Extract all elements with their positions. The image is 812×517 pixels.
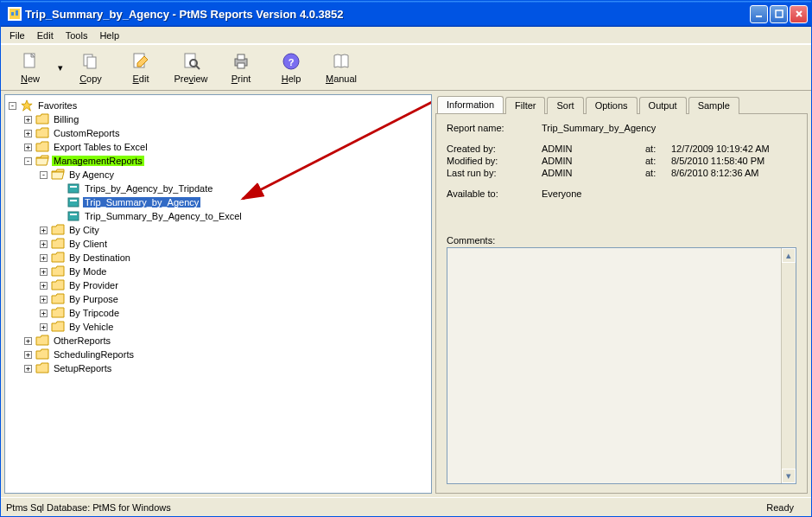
scroll-up-icon[interactable]: ▴	[782, 248, 796, 263]
expand-icon[interactable]: +	[40, 268, 48, 276]
tree-byagency[interactable]: -By Agency	[9, 168, 428, 182]
expand-icon[interactable]: +	[24, 365, 32, 373]
svg-rect-22	[68, 198, 79, 207]
scroll-down-icon[interactable]: ▾	[782, 469, 796, 483]
manual-button[interactable]: Manual	[317, 47, 365, 88]
expand-icon[interactable]: +	[24, 351, 32, 359]
tree-bypurpose[interactable]: +By Purpose	[9, 292, 428, 306]
tree-bymode[interactable]: +By Mode	[9, 265, 428, 278]
created-by: ADMIN	[542, 144, 645, 154]
tree-byprovider[interactable]: +By Provider	[9, 278, 428, 292]
report-icon	[67, 196, 80, 208]
folder-icon	[51, 265, 65, 278]
expand-icon[interactable]: +	[24, 116, 32, 124]
app-icon	[8, 7, 22, 21]
tab-sort[interactable]: Sort	[547, 97, 583, 114]
tree-custom[interactable]: +CustomReports	[9, 126, 428, 140]
menu-edit[interactable]: Edit	[32, 29, 59, 42]
preview-button[interactable]: Preview	[167, 47, 215, 88]
copy-button[interactable]: Copy	[67, 47, 115, 88]
folder-icon	[35, 127, 49, 139]
print-icon	[231, 51, 251, 72]
tab-output[interactable]: Output	[639, 97, 687, 114]
folder-icon	[35, 141, 49, 153]
status-db: Ptms Sql Database: PtMS for Windows	[6, 502, 171, 513]
expand-icon[interactable]: +	[24, 130, 32, 137]
tree-byvehicle[interactable]: +By Vehicle	[9, 320, 428, 334]
expand-icon[interactable]: +	[40, 310, 48, 317]
tab-information[interactable]: Information	[437, 96, 504, 113]
svg-rect-24	[68, 212, 79, 220]
comments-textarea[interactable]: ▴ ▾	[447, 247, 796, 484]
tree-bytripcode[interactable]: +By Tripcode	[9, 306, 428, 320]
svg-rect-15	[238, 63, 244, 68]
lastrun-at: 8/6/2010 8:12:36 AM	[671, 168, 759, 178]
new-dropdown[interactable]: ▾	[56, 62, 65, 73]
tab-strip: Information Filter Sort Options Output S…	[435, 94, 808, 113]
preview-icon	[181, 51, 201, 72]
tree[interactable]: -Favorites +Billing +CustomReports +Expo…	[9, 99, 428, 375]
svg-line-12	[196, 66, 200, 69]
folder-icon	[35, 348, 49, 361]
new-button[interactable]: New	[6, 47, 54, 88]
tree-bydest[interactable]: +By Destination	[9, 251, 428, 265]
comments-label: Comments:	[447, 235, 796, 246]
tree-byclient[interactable]: +By Client	[9, 237, 428, 251]
minimize-button[interactable]	[750, 5, 768, 23]
tree-management[interactable]: -ManagementReports	[9, 154, 428, 168]
tree-favorites[interactable]: -Favorites	[9, 99, 428, 112]
expand-icon[interactable]: +	[40, 227, 48, 234]
folder-icon	[51, 252, 65, 264]
tree-bycity[interactable]: +By City	[9, 223, 428, 237]
report-icon	[67, 182, 80, 195]
collapse-icon[interactable]: -	[40, 171, 48, 179]
svg-rect-21	[70, 186, 77, 188]
expand-icon[interactable]: +	[24, 337, 32, 345]
tree-report-1[interactable]: Trips_by_Agency_by_Tripdate	[9, 182, 428, 195]
tree-billing[interactable]: +Billing	[9, 112, 428, 126]
expand-icon[interactable]: +	[40, 254, 48, 262]
tree-export[interactable]: +Export Tables to Excel	[9, 140, 428, 154]
folder-icon	[51, 293, 65, 305]
lastrun-by: ADMIN	[542, 168, 645, 178]
close-button[interactable]	[790, 5, 808, 23]
available-value: Everyone	[542, 188, 581, 199]
tab-sample[interactable]: Sample	[688, 97, 739, 114]
tree-report-3[interactable]: Trip_Summary_By_Agency_to_Excel	[9, 209, 428, 223]
expand-icon[interactable]: +	[24, 144, 32, 151]
tree-report-2-selected[interactable]: Trip_Summary_by_Agency	[9, 195, 428, 209]
print-button[interactable]: Print	[217, 47, 265, 88]
svg-rect-8	[87, 57, 96, 68]
report-icon	[67, 210, 80, 222]
menu-tools[interactable]: Tools	[60, 29, 93, 42]
tree-setup[interactable]: +SetupReports	[9, 361, 428, 375]
scrollbar[interactable]: ▴ ▾	[781, 248, 796, 483]
svg-rect-25	[70, 214, 77, 215]
tree-sched[interactable]: +SchedulingReports	[9, 348, 428, 361]
svg-rect-20	[68, 184, 79, 193]
folder-icon	[51, 307, 65, 319]
folder-icon	[51, 279, 65, 291]
help-button[interactable]: ? Help	[267, 47, 315, 88]
tab-options[interactable]: Options	[586, 97, 638, 114]
tab-filter[interactable]: Filter	[505, 97, 545, 114]
titlebar[interactable]: Trip_Summary_by_Agency - PtMS Reports Ve…	[1, 1, 811, 27]
expand-icon[interactable]: +	[40, 282, 48, 290]
tree-other[interactable]: +OtherReports	[9, 334, 428, 348]
menu-file[interactable]: File	[4, 29, 30, 42]
menu-help[interactable]: Help	[94, 29, 124, 42]
created-label: Created by:	[447, 144, 542, 154]
tree-panel[interactable]: -Favorites +Billing +CustomReports +Expo…	[4, 94, 432, 494]
folder-icon	[35, 335, 49, 347]
modified-at: 8/5/2010 11:58:40 PM	[671, 156, 764, 166]
expand-icon[interactable]: +	[40, 240, 48, 248]
expand-icon[interactable]: +	[40, 323, 48, 331]
folder-icon	[35, 362, 49, 374]
maximize-button[interactable]	[770, 5, 788, 23]
expand-icon[interactable]: +	[40, 296, 48, 303]
reportname-value: Trip_Summary_by_Agency	[542, 123, 656, 133]
collapse-icon[interactable]: -	[9, 102, 16, 110]
edit-button[interactable]: Edit	[117, 47, 165, 88]
collapse-icon[interactable]: -	[24, 157, 32, 165]
new-icon	[20, 51, 41, 72]
